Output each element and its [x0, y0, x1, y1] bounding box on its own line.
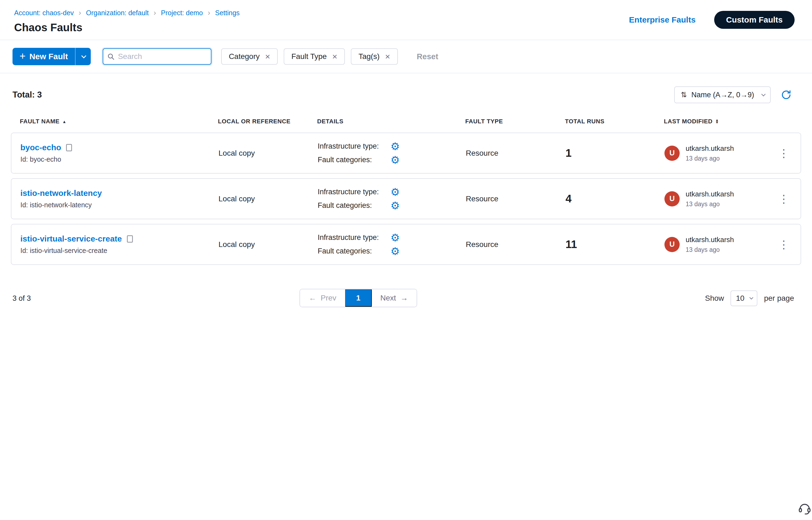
- search-box: [103, 48, 211, 64]
- avatar: U: [664, 146, 680, 161]
- column-fault-type: FAULT TYPE: [465, 118, 565, 125]
- fault-id: Id: istio-virtual-service-create: [20, 247, 219, 255]
- row-menu-button[interactable]: ⋮: [778, 239, 789, 250]
- infrastructure-type-label: Infrastructure type:: [318, 233, 390, 242]
- chaos-faults-page: Account: chaos-dev › Organization: defau…: [0, 0, 812, 520]
- breadcrumb-separator: ›: [154, 9, 156, 17]
- reset-filters-button[interactable]: Reset: [417, 52, 438, 61]
- avatar: U: [664, 191, 680, 206]
- breadcrumb-separator: ›: [208, 9, 210, 17]
- filter-fault-type-label: Fault Type: [291, 52, 327, 61]
- fault-name-link[interactable]: istio-virtual-service-create: [20, 234, 122, 243]
- enterprise-faults-link[interactable]: Enterprise Faults: [629, 15, 696, 24]
- breadcrumb-settings[interactable]: Settings: [215, 9, 240, 17]
- fault-id: Id: byoc-echo: [20, 155, 219, 163]
- fault-row[interactable]: byoc-echo Id: byoc-echo Local copy Infra…: [11, 133, 801, 174]
- sort-dropdown[interactable]: ⇅ Name (A→Z, 0→9): [674, 86, 771, 103]
- infrastructure-gear-icon: ⚙: [390, 233, 400, 243]
- column-local-or-reference: LOCAL OR REFERENCE: [218, 118, 317, 125]
- table-header: FAULT NAME ▲ LOCAL OR REFERENCE DETAILS …: [11, 118, 801, 125]
- modified-by-user: utkarsh.utkarsh: [686, 236, 734, 244]
- new-fault-main[interactable]: + New Fault: [12, 48, 75, 65]
- details-cell: Infrastructure type: ⚙ Fault categories:…: [318, 233, 466, 257]
- fault-categories-label: Fault categories:: [318, 247, 390, 255]
- close-icon[interactable]: ×: [385, 52, 390, 61]
- row-menu-button[interactable]: ⋮: [778, 193, 789, 204]
- last-modified-cell: U utkarsh.utkarsh 13 days ago: [664, 236, 767, 254]
- breadcrumb-organization[interactable]: Organization: default: [86, 9, 149, 17]
- fault-row[interactable]: istio-network-latency Id: istio-network-…: [11, 178, 801, 219]
- modified-time: 13 days ago: [686, 246, 734, 254]
- breadcrumb-separator: ›: [79, 9, 81, 17]
- page-1-button[interactable]: 1: [345, 289, 372, 307]
- column-fault-name[interactable]: FAULT NAME ▲: [20, 118, 218, 125]
- row-menu-button[interactable]: ⋮: [778, 148, 789, 159]
- modified-by-user: utkarsh.utkarsh: [686, 144, 734, 153]
- avatar: U: [664, 237, 680, 252]
- category-gear-icon: ⚙: [390, 201, 400, 211]
- list-controls: Total: 3 ⇅ Name (A→Z, 0→9): [11, 86, 801, 103]
- chevron-down-icon: [761, 92, 766, 96]
- total-count: Total: 3: [12, 90, 42, 100]
- sort-ascending-icon: ▲: [62, 119, 66, 124]
- total-runs-value: 11: [565, 238, 664, 251]
- pager: ← Prev 1 Next →: [300, 289, 417, 307]
- filter-fault-type-chip[interactable]: Fault Type ×: [284, 48, 345, 64]
- total-runs-value: 1: [565, 147, 664, 159]
- refresh-button[interactable]: [781, 89, 792, 101]
- show-label: Show: [705, 294, 724, 303]
- fault-categories-label: Fault categories:: [318, 156, 390, 164]
- filter-category-chip[interactable]: Category ×: [221, 48, 278, 64]
- modified-time: 13 days ago: [686, 155, 734, 162]
- infrastructure-gear-icon: ⚙: [390, 187, 400, 197]
- new-fault-dropdown-button[interactable]: [75, 48, 91, 65]
- next-page-button[interactable]: Next →: [372, 289, 417, 307]
- breadcrumb-account[interactable]: Account: chaos-dev: [14, 9, 74, 17]
- modified-time: 13 days ago: [686, 201, 734, 208]
- support-chat-icon[interactable]: [797, 501, 812, 516]
- fault-name-cell: istio-virtual-service-create Id: istio-v…: [20, 234, 219, 255]
- header-actions: Enterprise Faults Custom Faults: [629, 11, 795, 29]
- category-gear-icon: ⚙: [390, 246, 400, 257]
- filter-tags-chip[interactable]: Tag(s) ×: [351, 48, 398, 64]
- page-size-dropdown[interactable]: 10: [731, 290, 757, 306]
- filter-tags-label: Tag(s): [358, 52, 380, 61]
- local-or-reference-value: Local copy: [219, 194, 318, 203]
- close-icon[interactable]: ×: [332, 52, 337, 61]
- sort-both-icon: ▲ ▼: [715, 119, 719, 124]
- manifest-icon: [127, 235, 133, 243]
- custom-faults-button[interactable]: Custom Faults: [714, 11, 795, 29]
- new-fault-button[interactable]: + New Fault: [12, 48, 91, 65]
- fault-name-cell: byoc-echo Id: byoc-echo: [20, 143, 219, 163]
- close-icon[interactable]: ×: [265, 52, 271, 61]
- page-header: Account: chaos-dev › Organization: defau…: [0, 0, 812, 40]
- details-cell: Infrastructure type: ⚙ Fault categories:…: [318, 187, 466, 211]
- toolbar: + New Fault Category × Fault Type ×: [0, 40, 812, 73]
- fault-name-link[interactable]: istio-network-latency: [20, 188, 102, 198]
- last-modified-cell: U utkarsh.utkarsh 13 days ago: [664, 144, 767, 162]
- category-gear-icon: ⚙: [390, 155, 400, 165]
- faults-list: Total: 3 ⇅ Name (A→Z, 0→9) FAULT NAME: [0, 86, 812, 308]
- breadcrumb-project[interactable]: Project: demo: [161, 9, 203, 17]
- new-fault-label: New Fault: [29, 52, 68, 61]
- sort-controls: ⇅ Name (A→Z, 0→9): [674, 86, 792, 103]
- arrow-left-icon: ←: [309, 294, 316, 303]
- total-runs-value: 4: [565, 192, 664, 205]
- fault-row[interactable]: istio-virtual-service-create Id: istio-v…: [11, 224, 801, 265]
- manifest-icon: [66, 144, 72, 151]
- fault-name-link[interactable]: byoc-echo: [20, 143, 61, 152]
- search-icon: [107, 53, 115, 60]
- refresh-icon: [781, 89, 792, 101]
- prev-page-button[interactable]: ← Prev: [300, 289, 345, 307]
- pagination-summary: 3 of 3: [12, 294, 31, 303]
- search-input[interactable]: [118, 52, 207, 61]
- page-size-controls: Show 10 per page: [705, 290, 794, 306]
- infrastructure-type-label: Infrastructure type:: [318, 142, 390, 151]
- arrow-right-icon: →: [400, 294, 408, 303]
- local-or-reference-value: Local copy: [219, 240, 318, 249]
- pagination: 3 of 3 ← Prev 1 Next → Show 10 per page: [11, 289, 801, 308]
- chevron-down-icon: [750, 295, 753, 300]
- per-page-label: per page: [764, 294, 794, 303]
- column-last-modified[interactable]: LAST MODIFIED ▲ ▼: [664, 118, 766, 125]
- fault-type-value: Resource: [466, 240, 565, 249]
